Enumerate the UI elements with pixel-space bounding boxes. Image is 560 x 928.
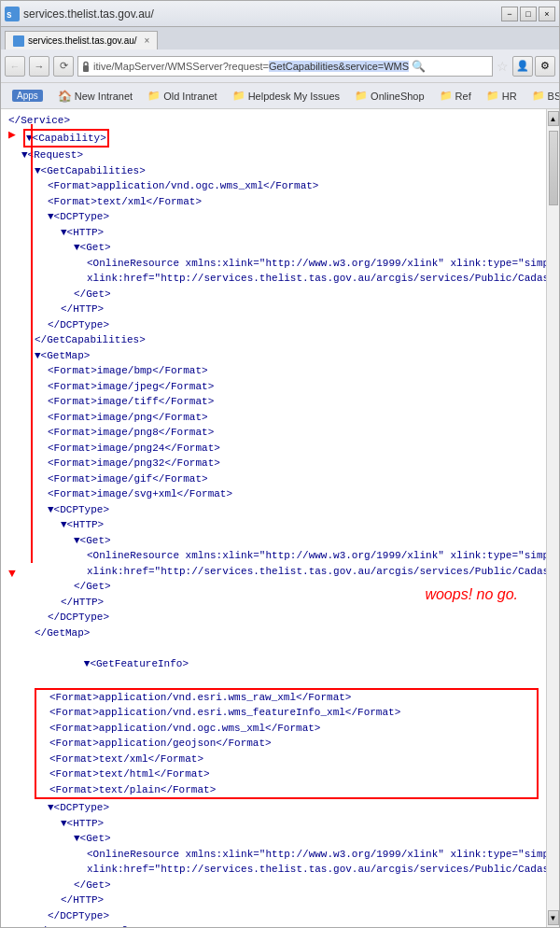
address-highlight: GetCapabilities&service=WMS [269, 61, 409, 72]
xml-line-format-html: <Format>text/html</Format> [49, 766, 537, 782]
scrollbar[interactable]: ▲ ▼ [546, 109, 559, 927]
xml-line-get1: ▼<Get> [74, 240, 539, 256]
lock-icon [78, 59, 93, 74]
address-prefix: itive/MapServer/WMSServer?request= [93, 61, 269, 72]
xml-line-getcapabilitiesclose: </GetCapabilities> [35, 332, 539, 348]
tab-label: services.thelist.tas.gov.au/ [28, 35, 137, 46]
xml-line-format-wms: <Format>application/vnd.ogc.wms_xml</For… [48, 178, 539, 194]
xml-line-http1: ▼<HTTP> [61, 225, 539, 241]
forward-button[interactable]: → [29, 56, 49, 77]
xml-line-getmap: ▼<GetMap> [35, 348, 539, 364]
xml-line-onlineresource2: <OnlineResource xmlns:xlink="http://www.… [87, 548, 539, 564]
xml-line-onlineresource1: <OnlineResource xmlns:xlink="http://www.… [87, 256, 539, 272]
xml-line-format-xml2: <Format>text/xml</Format> [49, 752, 537, 767]
xml-line-httpclose1: </HTTP> [61, 302, 539, 317]
hr-label: HR [502, 91, 517, 102]
bookmarks-bar: Apps 🏠 New Intranet 📁 Old Intranet 📁 Hel… [1, 83, 559, 109]
xml-line-httpclose3: </HTTP> [61, 893, 539, 908]
xml-line-service-close: </Service> [8, 113, 539, 129]
user-icon[interactable]: 👤 [512, 56, 533, 77]
new-intranet-icon: 🏠 [58, 90, 72, 103]
xml-line-format-bmp: <Format>image/bmp</Format> [48, 363, 539, 379]
window-title: services.thelist.tas.gov.au/ [23, 7, 501, 21]
old-intranet-folder-icon: 📁 [147, 90, 161, 102]
hr-folder-icon: 📁 [486, 90, 499, 102]
xml-line-format-jpeg: <Format>image/jpeg</Format> [48, 379, 539, 395]
xml-line-getfeatureinfoclose: </GetFeatureInfo> [35, 923, 539, 927]
xml-line-getfeatureinfo: ▼<GetFeatureInfo> [35, 640, 539, 687]
xml-line-format-ogc: <Format>application/vnd.ogc.wms_xml</For… [49, 721, 537, 737]
xml-line-format-png24: <Format>image/png24</Format> [48, 441, 539, 457]
ref-label: Ref [455, 91, 471, 102]
xml-line-format-esri-feature: <Format>application/vnd.esri.wms_feature… [49, 705, 537, 721]
xml-line-http2: ▼<HTTP> [61, 517, 539, 533]
onlineshop-label: OnlineShop [371, 91, 425, 102]
xml-line-dcptypeclose2: </DCPType> [48, 610, 539, 626]
xml-line-dcptype3: ▼<DCPType> [48, 800, 539, 816]
xml-line-format-gif: <Format>image/gif</Format> [48, 471, 539, 487]
tab-bar: services.thelist.tas.gov.au/ × [1, 27, 559, 49]
xml-line-dcptype1: ▼<DCPType> [48, 209, 539, 225]
main-content-wrapper: ▲ ▼ ▶ ▼ </Service> ▼<Capability> ▼<Reque… [1, 109, 559, 927]
bookmark-ref[interactable]: 📁 Ref [434, 88, 477, 104]
xml-line-getclose3: </Get> [74, 878, 539, 893]
xml-line-capability: ▼<Capability> [23, 129, 539, 148]
back-button[interactable]: ← [5, 56, 25, 77]
xml-line-format-png8: <Format>image/png8</Format> [48, 425, 539, 441]
xml-line-format-png32: <Format>image/png32</Format> [48, 456, 539, 471]
address-bar-area: ← → ⟳ itive/MapServer/WMSServer?request=… [1, 49, 559, 83]
ref-folder-icon: 📁 [440, 90, 453, 102]
tab-close-icon[interactable]: × [145, 35, 150, 46]
maximize-button[interactable]: □ [520, 7, 537, 21]
annotation-text: woops! no go. [425, 584, 518, 606]
minimize-button[interactable]: − [501, 7, 518, 21]
tab-favicon [13, 35, 24, 47]
helpdesk-label: Helpdesk My Issues [248, 91, 340, 102]
xml-line-onlineresource3: <OnlineResource xmlns:xlink="http://www.… [87, 847, 539, 863]
scroll-thumb[interactable] [549, 131, 558, 205]
svg-rect-2 [83, 65, 89, 72]
scroll-up-button[interactable]: ▲ [548, 111, 559, 126]
close-button[interactable]: × [539, 7, 555, 21]
bookmark-bsds[interactable]: 📁 BSDS [526, 88, 559, 104]
red-vertical-line [31, 124, 33, 563]
browser-favicon: s [5, 7, 20, 21]
address-bar[interactable]: itive/MapServer/WMSServer?request= GetCa… [77, 56, 493, 77]
new-intranet-label: New Intranet [75, 91, 133, 102]
bookmark-new-intranet[interactable]: 🏠 New Intranet [52, 88, 138, 105]
getfeatureinfo-arrow-down: ▼ [8, 565, 16, 584]
title-bar: s services.thelist.tas.gov.au/ − □ × [1, 1, 559, 27]
xml-content-area[interactable]: ▶ ▼ </Service> ▼<Capability> ▼<Request> … [1, 109, 546, 927]
xml-line-format-xml1: <Format>text/xml</Format> [48, 194, 539, 210]
bookmark-apps[interactable]: Apps [7, 88, 49, 104]
scroll-down-button[interactable]: ▼ [548, 910, 559, 925]
refresh-button[interactable]: ⟳ [53, 56, 74, 77]
getfeatureinfo-highlighted-box: <Format>application/vnd.esri.wms_raw_xml… [35, 688, 539, 800]
xml-line-getcapabilities: ▼<GetCapabilities> [35, 163, 539, 179]
apps-label: Apps [12, 90, 43, 102]
bookmark-helpdesk[interactable]: 📁 Helpdesk My Issues [227, 88, 345, 104]
favorite-star-icon[interactable]: ☆ [497, 59, 509, 74]
xml-line-format-esri-raw: <Format>application/vnd.esri.wms_raw_xml… [49, 690, 537, 706]
xml-line-get2: ▼<Get> [74, 533, 539, 549]
address-search-icon: 🔍 [409, 57, 427, 76]
settings-icon[interactable]: ⚙ [535, 56, 555, 77]
xml-line-get3: ▼<Get> [74, 831, 539, 847]
bsds-folder-icon: 📁 [532, 90, 545, 102]
xml-line-format-geojson: <Format>application/geojson</Format> [49, 736, 537, 752]
bookmark-onlineshop[interactable]: 📁 OnlineShop [349, 88, 430, 104]
bookmark-hr[interactable]: 📁 HR [481, 88, 523, 104]
svg-text:s: s [7, 9, 12, 20]
browser-tab[interactable]: services.thelist.tas.gov.au/ × [5, 31, 158, 49]
bsds-label: BSDS [548, 91, 559, 102]
browser-window: s services.thelist.tas.gov.au/ − □ × ser… [0, 0, 560, 928]
bookmark-old-intranet[interactable]: 📁 Old Intranet [142, 88, 222, 104]
xml-line-xlinkref2: xlink:href="http://services.thelist.tas.… [87, 564, 539, 580]
toolbar-icons: 👤 ⚙ [512, 56, 555, 77]
xml-line-getmapclose: </GetMap> [35, 626, 539, 641]
window-controls: − □ × [501, 7, 555, 21]
xml-line-xlinkref3: xlink:href="http://services.thelist.tas.… [87, 862, 539, 878]
capability-tag-box: ▼<Capability> [23, 129, 109, 148]
xml-line-dcptypeclose3: </DCPType> [48, 908, 539, 924]
xml-line-format-png: <Format>image/png</Format> [48, 410, 539, 426]
